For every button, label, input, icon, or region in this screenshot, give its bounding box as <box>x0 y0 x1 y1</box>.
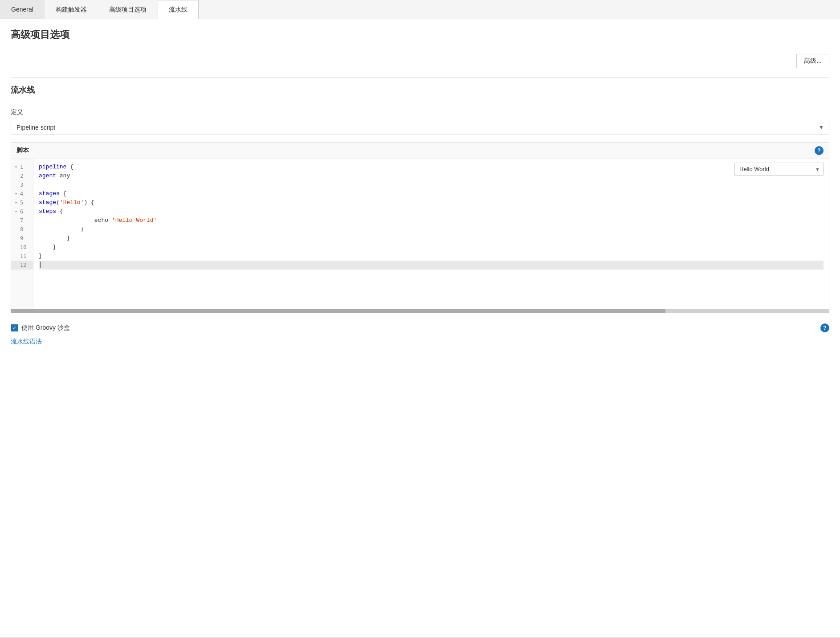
advanced-section-title: 高级项目选项 <box>11 28 829 45</box>
code-line-13 <box>39 270 824 278</box>
line-numbers: ▾1 2 3 ▾4 ▾5 ▾6 7 8 9 10 11 12 <box>11 159 33 309</box>
kw-pipeline: pipeline <box>39 163 66 172</box>
code-line-8: } <box>39 225 824 234</box>
script-body: Hello World Scripted Pipeline Declarativ… <box>11 159 829 309</box>
code-line-15 <box>39 287 824 296</box>
line-num-9: 9 <box>11 234 33 243</box>
template-select[interactable]: Hello World Scripted Pipeline Declarativ… <box>734 163 824 176</box>
line-num-2: 2 <box>11 172 33 180</box>
code-editor[interactable]: pipeline { agent any stages { stage('Hel… <box>33 159 829 309</box>
str-hello-world: 'Hello World' <box>112 216 157 225</box>
scrollbar-thumb <box>11 309 665 313</box>
tab-pipeline[interactable]: 流水线 <box>158 0 199 19</box>
code-line-7: echo 'Hello World' <box>39 216 824 225</box>
fold-1: ▾ <box>15 163 19 172</box>
code-line-6: steps { <box>39 207 824 216</box>
line-num-7: 7 <box>11 216 33 225</box>
section-divider-2 <box>11 101 829 101</box>
code-line-1: pipeline { <box>39 163 824 172</box>
fold-4: ▾ <box>15 189 19 198</box>
pipeline-section-title: 流水线 <box>11 85 829 95</box>
groovy-sandbox-row: ✓ 使用 Groovy 沙盒 ? <box>11 318 829 338</box>
line-num-3: 3 <box>11 180 33 189</box>
main-content: 高级项目选项 高级... 流水线 定义 Pipeline script Pipe… <box>0 19 840 637</box>
kw-steps: steps <box>39 207 56 216</box>
script-label: 脚本 <box>16 147 29 155</box>
advanced-button[interactable]: 高级... <box>796 54 829 68</box>
tab-triggers[interactable]: 构建触发器 <box>45 0 98 19</box>
definition-label: 定义 <box>11 108 829 116</box>
groovy-sandbox-left: ✓ 使用 Groovy 沙盒 <box>11 324 70 332</box>
line-num-6: ▾6 <box>11 207 33 216</box>
code-line-16 <box>39 296 824 305</box>
code-line-10: } <box>39 243 824 252</box>
code-line-14 <box>39 278 824 287</box>
script-section: 脚本 ? Hello World Scripted Pipeline Decla… <box>11 142 829 309</box>
line-num-4: ▾4 <box>11 189 33 198</box>
line-num-8: 8 <box>11 225 33 234</box>
horizontal-scrollbar[interactable] <box>11 309 829 313</box>
groovy-sandbox-help-icon[interactable]: ? <box>820 323 829 332</box>
code-line-12: │ <box>39 261 824 270</box>
template-select-wrapper: Hello World Scripted Pipeline Declarativ… <box>734 163 824 176</box>
advanced-btn-row: 高级... <box>11 54 829 68</box>
line-num-11: 11 <box>11 252 33 261</box>
kw-stages: stages <box>39 189 60 198</box>
code-line-5: stage('Hello') { <box>39 198 824 207</box>
line-num-10: 10 <box>11 243 33 252</box>
kw-agent: agent <box>39 172 56 180</box>
code-line-3 <box>39 180 824 189</box>
code-line-4: stages { <box>39 189 824 198</box>
fold-6: ▾ <box>15 207 19 216</box>
line-num-1: ▾1 <box>11 163 33 172</box>
line-num-5: ▾5 <box>11 198 33 207</box>
tab-bar: General 构建触发器 高级项目选项 流水线 <box>0 0 840 19</box>
code-line-2: agent any <box>39 172 824 180</box>
groovy-sandbox-checkbox[interactable]: ✓ <box>11 324 18 331</box>
script-header: 脚本 ? <box>11 143 829 159</box>
tab-general[interactable]: General <box>0 0 45 19</box>
definition-select[interactable]: Pipeline script Pipeline script from SCM <box>11 120 829 135</box>
section-divider-1 <box>11 77 829 78</box>
kw-stage: stage <box>39 198 56 207</box>
script-help-icon[interactable]: ? <box>815 146 824 155</box>
definition-select-wrapper: Pipeline script Pipeline script from SCM… <box>11 120 829 135</box>
str-hello: 'Hello' <box>60 198 84 207</box>
code-line-11: } <box>39 252 824 261</box>
groovy-sandbox-label: 使用 Groovy 沙盒 <box>21 324 70 332</box>
line-num-12: 12 <box>11 261 33 270</box>
tab-advanced-options[interactable]: 高级项目选项 <box>98 0 158 19</box>
fold-5: ▾ <box>15 198 19 207</box>
code-line-9: } <box>39 234 824 243</box>
pipeline-syntax-link[interactable]: 流水线语法 <box>11 338 829 346</box>
